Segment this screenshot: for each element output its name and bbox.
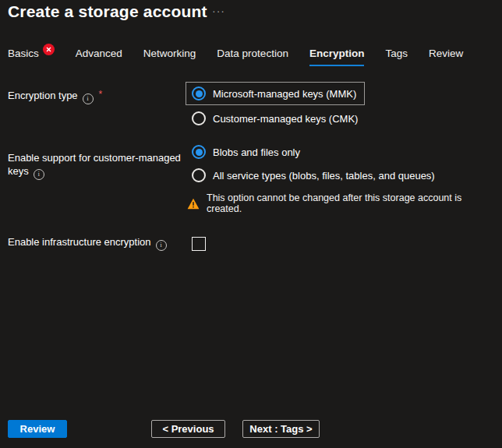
create-storage-account-pane: Create a storage account ··· Basics Adva… [0,0,502,448]
page-title: Create a storage account [8,2,207,21]
info-icon[interactable] [156,240,167,251]
radio-option-cmk[interactable]: Customer-managed keys (CMK) [186,111,494,125]
radio-selected-icon[interactable] [192,145,206,159]
info-icon[interactable] [83,93,94,104]
tab-basics-label: Basics [8,48,39,59]
tab-advanced[interactable]: Advanced [76,48,122,65]
cmk-support-row: Enable support for customer-managed keys… [8,145,494,214]
radio-unselected-icon[interactable] [192,111,206,125]
encryption-type-options: Microsoft-managed keys (MMK) Customer-ma… [186,82,494,125]
encryption-type-label-group: Encryption type* [8,82,186,104]
encryption-type-label: Encryption type [8,90,78,101]
more-options-button[interactable]: ··· [212,5,225,17]
radio-option-mmk[interactable]: Microsoft-managed keys (MMK) [186,82,365,105]
radio-unselected-icon[interactable] [192,168,206,182]
warning-text: This option cannot be changed after this… [207,192,494,214]
tab-bar: Basics Advanced Networking Data protecti… [8,48,463,66]
tab-networking[interactable]: Networking [143,48,196,65]
tab-review[interactable]: Review [429,48,463,65]
tab-data-protection[interactable]: Data protection [217,48,288,65]
encryption-type-row: Encryption type* Microsoft-managed keys … [8,82,494,125]
radio-mmk-label: Microsoft-managed keys (MMK) [213,88,356,100]
error-badge-icon [43,44,55,55]
radio-option-blobs-files[interactable]: Blobs and files only [186,145,494,159]
tab-encryption-label: Encryption [309,48,365,59]
tab-tags-label: Tags [385,48,408,59]
encryption-form: Encryption type* Microsoft-managed keys … [8,82,494,253]
footer-bar: Review < Previous Next : Tags > [0,420,502,439]
next-tags-button[interactable]: Next : Tags > [242,420,320,438]
info-icon[interactable] [34,169,44,180]
tab-networking-label: Networking [143,48,196,59]
tab-encryption[interactable]: Encryption [309,48,365,66]
review-button[interactable]: Review [8,420,67,438]
cmk-support-options: Blobs and files only All service types (… [186,145,494,214]
infrastructure-encryption-control [186,234,494,253]
radio-blobs-files-label: Blobs and files only [213,146,300,158]
infrastructure-encryption-label-group: Enable infrastructure encryption [8,234,186,251]
previous-button[interactable]: < Previous [151,420,225,438]
radio-all-services-label: All service types (blobs, files, tables,… [213,170,435,182]
infrastructure-encryption-checkbox[interactable] [192,237,206,251]
radio-selected-icon[interactable] [192,86,206,101]
warning-triangle-icon [187,198,200,210]
infrastructure-encryption-label: Enable infrastructure encryption [8,236,151,248]
radio-cmk-label: Customer-managed keys (CMK) [213,113,358,125]
tab-basics[interactable]: Basics [8,48,55,65]
tab-tags[interactable]: Tags [385,48,408,65]
radio-option-all-services[interactable]: All service types (blobs, files, tables,… [186,168,494,182]
required-asterisk: * [99,89,103,100]
warning-message: This option cannot be changed after this… [186,192,494,214]
infrastructure-encryption-row: Enable infrastructure encryption [8,234,494,253]
cmk-support-label-group: Enable support for customer-managed keys [8,145,186,180]
tab-review-label: Review [429,48,463,59]
tab-advanced-label: Advanced [76,48,122,59]
tab-data-protection-label: Data protection [217,48,288,59]
